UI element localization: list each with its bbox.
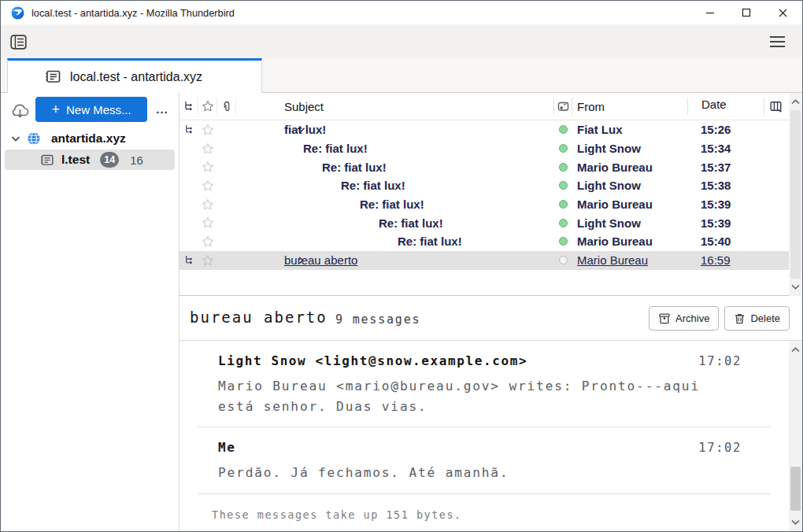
scroll-down-icon[interactable] [789,515,802,529]
star-icon[interactable] [198,142,217,155]
table-row[interactable]: fiat lux! Fiat Lux 15:26 [179,120,802,139]
from-cell: Light Snow [572,142,687,155]
thread-icon [184,255,194,265]
unread-dot-icon[interactable] [559,219,568,227]
star-icon[interactable] [198,198,217,211]
table-row[interactable]: Re: fiat lux! Light Snow 15:38 [179,176,802,195]
chevron-right-icon[interactable] [296,255,306,265]
star-icon[interactable] [198,179,217,192]
subject-cell: Re: fiat lux! [236,179,405,192]
date-cell: 15:37 [687,161,764,174]
archive-icon [658,312,671,325]
chevron-down-icon[interactable] [10,133,21,144]
message-card[interactable]: Light Snow <light@snow.example.com> 17:0… [198,341,770,427]
message-body: Perdão. Já fechamos. Até amanhã. [218,463,742,483]
chevron-down-icon[interactable] [296,124,306,135]
date-cell: 15:39 [687,216,764,230]
table-row-selected[interactable]: bureau aberto Mario Bureau 16:59 [179,251,802,270]
table-row[interactable]: Re: fiat lux! Mario Bureau 15:40 [179,232,802,251]
maximize-button[interactable] [728,1,764,24]
unread-badge: 14 [100,152,119,168]
thread-icon [184,124,194,135]
subject-column-header[interactable]: Subject [236,100,553,113]
thunderbird-window: local.test - antartida.xyz - Mozilla Thu… [0,0,803,532]
folder-pane-options-button[interactable]: ... [152,97,172,120]
messages-size-note: These messages take up 151 bytes. [212,508,789,521]
subject-cell: Re: fiat lux! [236,198,424,211]
unread-dot-icon[interactable] [559,237,568,246]
archive-button[interactable]: Archive [649,306,719,331]
attachment-column-header[interactable] [217,98,236,115]
folder-pane: + New Mess... ... antartida.xyz l.test [1,93,179,531]
thunderbird-logo-icon [11,6,24,20]
close-button[interactable] [764,1,801,24]
folder-name: l.test [61,153,90,167]
unread-column-header[interactable] [553,98,572,115]
date-cell: 15:39 [687,198,764,211]
spaces-toolbar-icon[interactable] [8,31,28,52]
message-body: Mario Bureau <mario@bureau.gov> writes: … [218,376,742,416]
thread-list-header: Subject From Date [179,93,802,120]
unread-dot-icon[interactable] [559,144,568,153]
thread-column-header[interactable] [179,98,198,115]
star-icon[interactable] [198,124,217,136]
trash-icon [734,312,746,325]
thread-list-scrollbar[interactable] [789,93,802,296]
unread-dot-icon[interactable] [559,163,568,172]
app-menu-icon[interactable] [766,31,788,52]
scroll-up-icon[interactable] [789,343,802,357]
new-message-button[interactable]: + New Mess... [35,97,147,122]
from-column-header[interactable]: From [572,100,687,113]
scroll-up-icon[interactable] [789,95,802,109]
message-pane: Light Snow <light@snow.example.com> 17:0… [179,341,789,531]
from-cell: Mario Bureau [572,235,687,248]
date-column-header[interactable]: Date [687,98,764,115]
star-icon[interactable] [198,235,217,248]
star-column-header[interactable] [198,98,217,115]
get-messages-cloud-icon[interactable] [9,99,31,121]
date-cell: 15:40 [687,235,764,248]
archive-label: Archive [675,312,709,324]
scroll-down-icon[interactable] [789,280,802,294]
minimize-button[interactable] [692,1,728,24]
unread-status-icon [557,101,569,112]
from-cell: Mario Bureau [572,161,687,174]
sidebar-item-account[interactable]: antartida.xyz [1,127,179,149]
message-sender: Me [218,440,235,455]
delete-button[interactable]: Delete [724,306,790,331]
star-icon[interactable] [198,216,217,229]
subject-cell: Re: fiat lux! [236,161,387,174]
newsgroup-icon [44,69,61,84]
table-row[interactable]: Re: fiat lux! Light Snow 15:39 [179,213,802,232]
paperclip-icon [221,101,232,113]
star-icon [202,100,214,113]
unread-dot-icon[interactable] [559,200,568,209]
from-cell: Light Snow [572,179,687,192]
subject-cell: fiat lux! [236,123,326,136]
read-dot-icon[interactable] [559,256,568,264]
account-name: antartida.xyz [51,131,126,146]
star-icon[interactable] [198,161,217,173]
scrollbar-thumb[interactable] [790,467,801,511]
unread-dot-icon[interactable] [559,125,568,134]
thread-title: bureau aberto [190,308,327,326]
table-row[interactable]: Re: fiat lux! Mario Bureau 15:39 [179,195,802,214]
sidebar-item-folder-ltest[interactable]: l.test 14 16 [5,150,175,170]
message-card[interactable]: Me 17:02 Perdão. Já fechamos. Até amanhã… [198,427,770,494]
table-row[interactable]: Re: fiat lux! Mario Bureau 15:37 [179,157,802,176]
total-count: 16 [130,153,143,167]
date-cell: 15:26 [687,123,764,136]
column-picker-icon [770,101,783,113]
date-cell: 15:34 [687,142,764,155]
unread-dot-icon[interactable] [559,181,568,190]
message-header-bar: bureau aberto 9 messages Archive Delete [179,296,802,341]
new-message-label: New Mess... [66,103,131,116]
thread-message-count: 9 messages [335,312,420,327]
star-icon[interactable] [198,254,217,267]
scrollbar-thumb[interactable] [790,110,801,279]
date-cell: 16:59 [687,253,764,267]
message-pane-scrollbar[interactable] [789,341,802,531]
title-bar: local.test - antartida.xyz - Mozilla Thu… [1,1,802,24]
table-row[interactable]: Re: fiat lux! Light Snow 15:34 [179,139,802,158]
tab-local-test[interactable]: local.test - antartida.xyz [7,58,262,93]
